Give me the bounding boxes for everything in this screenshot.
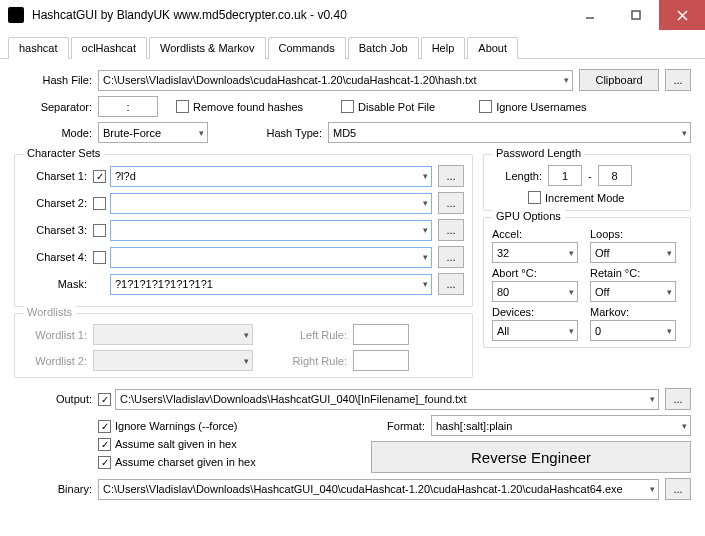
charsets-fieldset: Character Sets Charset 1: ?l?d▾ ... Char… — [14, 154, 473, 307]
tab-about[interactable]: About — [467, 37, 518, 59]
wordlists-legend: Wordlists — [23, 306, 76, 318]
salt-hex-checkbox[interactable] — [98, 438, 111, 451]
salt-hex-label: Assume salt given in hex — [115, 438, 237, 450]
chevron-down-icon: ▾ — [650, 484, 655, 494]
mask-select[interactable]: ?1?1?1?1?1?1?1?1▾ — [110, 274, 432, 295]
charset3-select[interactable]: ▾ — [110, 220, 432, 241]
tab-batch-job[interactable]: Batch Job — [348, 37, 419, 59]
leftrule-label: Left Rule: — [253, 329, 353, 341]
charset1-select[interactable]: ?l?d▾ — [110, 166, 432, 187]
svg-rect-1 — [632, 11, 640, 19]
wordlist1-label: Wordlist 1: — [23, 329, 93, 341]
mask-more-button[interactable]: ... — [438, 273, 464, 295]
charset4-select[interactable]: ▾ — [110, 247, 432, 268]
disable-pot-label: Disable Pot File — [358, 101, 435, 113]
charset-hex-label: Assume charset given in hex — [115, 456, 256, 468]
hashfile-input[interactable]: C:\Users\Vladislav\Downloads\cudaHashcat… — [98, 70, 573, 91]
minimize-button[interactable] — [567, 0, 613, 30]
chevron-down-icon: ▾ — [667, 287, 672, 297]
markov-label: Markov: — [590, 306, 676, 318]
chevron-down-icon: ▾ — [682, 128, 687, 138]
charset2-select[interactable]: ▾ — [110, 193, 432, 214]
chevron-down-icon: ▾ — [564, 75, 569, 85]
format-label: Format: — [371, 420, 431, 432]
output-input[interactable]: C:\Users\Vladislav\Downloads\HashcatGUI_… — [115, 389, 659, 410]
mask-label: Mask: — [23, 278, 93, 290]
wordlist2-label: Wordlist 2: — [23, 355, 93, 367]
retain-label: Retain °C: — [590, 267, 676, 279]
length-from-input[interactable] — [548, 165, 582, 186]
chevron-down-icon: ▾ — [423, 171, 428, 181]
markov-select[interactable]: 0▾ — [590, 320, 676, 341]
charset1-label: Charset 1: — [23, 170, 93, 182]
charset2-label: Charset 2: — [23, 197, 93, 209]
chevron-down-icon: ▾ — [682, 421, 687, 431]
ignore-usernames-checkbox[interactable] — [479, 100, 492, 113]
charset4-checkbox[interactable] — [93, 251, 106, 264]
devices-select[interactable]: All▾ — [492, 320, 578, 341]
separator-input[interactable] — [98, 96, 158, 117]
remove-hashes-label: Remove found hashes — [193, 101, 303, 113]
loops-label: Loops: — [590, 228, 676, 240]
ignore-usernames-label: Ignore Usernames — [496, 101, 587, 113]
abort-label: Abort °C: — [492, 267, 578, 279]
tab-wordlists-markov[interactable]: Wordlists & Markov — [149, 37, 266, 59]
wordlists-fieldset: Wordlists Wordlist 1: ▾ Left Rule: Wordl… — [14, 313, 473, 378]
tab-hashcat[interactable]: hashcat — [8, 37, 69, 59]
charset-hex-checkbox[interactable] — [98, 456, 111, 469]
charset1-more-button[interactable]: ... — [438, 165, 464, 187]
separator-label: Separator: — [14, 101, 98, 113]
gpu-legend: GPU Options — [492, 210, 565, 222]
chevron-down-icon: ▾ — [569, 326, 574, 336]
remove-hashes-checkbox[interactable] — [176, 100, 189, 113]
tab-commands[interactable]: Commands — [268, 37, 346, 59]
binary-input[interactable]: C:\Users\Vladislav\Downloads\HashcatGUI_… — [98, 479, 659, 500]
tab-bar: hashcat oclHashcat Wordlists & Markov Co… — [0, 30, 705, 59]
pwdlen-fieldset: Password Length Length: - Increment Mode — [483, 154, 691, 211]
close-button[interactable] — [659, 0, 705, 30]
charset3-checkbox[interactable] — [93, 224, 106, 237]
mode-select[interactable]: Brute-Force▾ — [98, 122, 208, 143]
chevron-down-icon: ▾ — [244, 356, 249, 366]
hashtype-select[interactable]: MD5▾ — [328, 122, 691, 143]
output-browse-button[interactable]: ... — [665, 388, 691, 410]
ignore-warnings-checkbox[interactable] — [98, 420, 111, 433]
rightrule-input — [353, 350, 409, 371]
clipboard-button[interactable]: Clipboard — [579, 69, 659, 91]
charset3-more-button[interactable]: ... — [438, 219, 464, 241]
accel-select[interactable]: 32▾ — [492, 242, 578, 263]
ignore-warnings-label: Ignore Warnings (--force) — [115, 420, 237, 432]
length-to-input[interactable] — [598, 165, 632, 186]
pwdlen-legend: Password Length — [492, 147, 585, 159]
maximize-button[interactable] — [613, 0, 659, 30]
charset2-checkbox[interactable] — [93, 197, 106, 210]
charset1-checkbox[interactable] — [93, 170, 106, 183]
mode-label: Mode: — [14, 127, 98, 139]
tab-help[interactable]: Help — [421, 37, 466, 59]
reverse-engineer-button[interactable]: Reverse Engineer — [371, 441, 691, 473]
chevron-down-icon: ▾ — [423, 225, 428, 235]
format-select[interactable]: hash[:salt]:plain▾ — [431, 415, 691, 436]
charset4-more-button[interactable]: ... — [438, 246, 464, 268]
output-checkbox[interactable] — [98, 393, 111, 406]
hashtype-label: Hash Type: — [208, 127, 328, 139]
charset3-label: Charset 3: — [23, 224, 93, 236]
length-sep: - — [582, 170, 598, 182]
hashfile-browse-button[interactable]: ... — [665, 69, 691, 91]
wordlist2-select: ▾ — [93, 350, 253, 371]
devices-label: Devices: — [492, 306, 578, 318]
chevron-down-icon: ▾ — [667, 326, 672, 336]
binary-browse-button[interactable]: ... — [665, 478, 691, 500]
loops-select[interactable]: Off▾ — [590, 242, 676, 263]
retain-select[interactable]: Off▾ — [590, 281, 676, 302]
length-label: Length: — [492, 170, 548, 182]
abort-select[interactable]: 80▾ — [492, 281, 578, 302]
disable-pot-checkbox[interactable] — [341, 100, 354, 113]
titlebar: HashcatGUI by BlandyUK www.md5decrypter.… — [0, 0, 705, 30]
increment-checkbox[interactable] — [528, 191, 541, 204]
tab-oclhashcat[interactable]: oclHashcat — [71, 37, 147, 59]
chevron-down-icon: ▾ — [667, 248, 672, 258]
chevron-down-icon: ▾ — [569, 287, 574, 297]
app-icon — [8, 7, 24, 23]
charset2-more-button[interactable]: ... — [438, 192, 464, 214]
